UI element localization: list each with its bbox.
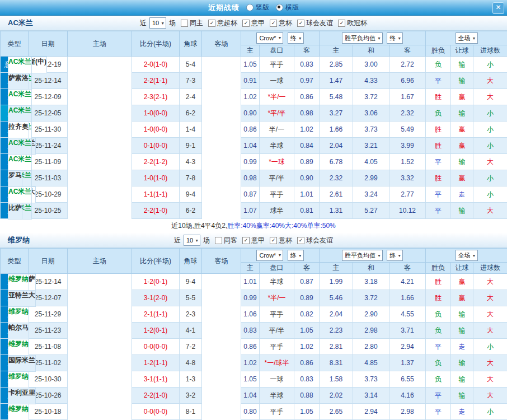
filter-checkbox[interactable]: ✓意杯 — [270, 236, 292, 245]
goals-result: 大 — [473, 154, 507, 170]
away-team[interactable]: AC米兰 — [8, 154, 32, 171]
away-team[interactable]: AC米兰 — [8, 57, 32, 73]
european-final-select[interactable]: 终▼ — [387, 32, 403, 44]
match-score: 1-1(1-1) — [132, 186, 180, 203]
ah-away-odds: 0.89 — [294, 290, 320, 306]
chevron-down-icon: ▼ — [397, 254, 401, 258]
filter-checkbox[interactable]: ✓意超杯 — [208, 18, 237, 28]
match-row: 意杯25-12-05拉齐奥1-0(0-0)6-2AC米兰0.90*平/半0.98… — [1, 105, 507, 122]
col-date: 日期 — [29, 249, 68, 274]
match-row: 意甲25-10-18比萨0-0(0-0)8-1维罗纳0.80平手1.052.65… — [1, 404, 507, 420]
match-row: 意甲25-11-08莱切0-0(0-0)7-2维罗纳0.86平手1.022.81… — [1, 339, 507, 355]
corners: 2-3 — [180, 306, 202, 323]
ah-away-odds: 0.82 — [294, 306, 320, 323]
ah-away-odds: 0.84 — [294, 138, 320, 154]
handicap-result: 输 — [451, 323, 473, 339]
corners: 9-4 — [180, 186, 202, 203]
dialog-title: 近期战绩 — [208, 3, 240, 13]
ah-handicap: *一/球半 — [260, 355, 294, 371]
away-team[interactable]: 萨索洛 — [8, 73, 29, 90]
away-team[interactable]: AC米兰 — [8, 89, 32, 106]
match-row: 意甲25-11-30AC米兰1-0(0-0)1-4拉齐奥0.86半/一1.021… — [1, 122, 507, 138]
summary-segment: 赢率:40% — [256, 221, 285, 231]
close-button[interactable]: ✕ — [492, 2, 504, 14]
filter-checkbox[interactable]: ✓意甲 — [242, 236, 265, 245]
away-team[interactable]: 维罗纳 — [8, 274, 29, 291]
col-eu-home: 主 — [320, 263, 353, 274]
filter-checkbox[interactable]: ✓意杯 — [270, 18, 292, 28]
ah-home-odds: 1.04 — [241, 138, 260, 154]
ah-handicap: 平手 — [260, 404, 294, 420]
ah-home-odds: 0.83 — [241, 323, 260, 339]
match-count-select[interactable]: 10▼ — [149, 17, 166, 29]
away-team[interactable]: 罗马 — [8, 170, 22, 187]
goals-result: 小 — [473, 138, 507, 154]
filter-checkbox[interactable]: ✓球会友谊 — [297, 18, 333, 28]
fulltime-select[interactable]: 全场▼ — [456, 32, 478, 44]
ah-handicap: *半/一 — [260, 290, 294, 306]
away-team[interactable]: 亚特兰大 — [8, 290, 36, 307]
corners: 5-4 — [180, 57, 202, 73]
away-team[interactable]: 维罗纳 — [8, 306, 29, 323]
checkbox-icon: ✓ — [338, 20, 345, 27]
match-row: 意甲25-11-23维罗纳1-2(0-1)4-1帕尔马0.83平/半1.052.… — [1, 323, 507, 339]
away-team[interactable]: 维罗纳 — [8, 404, 29, 420]
ah-home-odds: 1.04 — [241, 388, 260, 404]
match-date: 25-12-14 — [29, 73, 68, 89]
checkbox-icon: ✓ — [242, 20, 250, 27]
layout-option-vertical[interactable]: 竖版 — [246, 3, 269, 12]
away-team[interactable]: 国际米兰 — [8, 355, 36, 372]
ah-away-odds: 0.98 — [294, 105, 320, 122]
bookmaker-select[interactable]: Crow*▼ — [256, 32, 283, 44]
european-avg-select[interactable]: 胜平负均值▼ — [342, 32, 383, 44]
away-team[interactable]: 维罗纳 — [8, 371, 29, 388]
fulltime-result: 负 — [426, 105, 451, 122]
european-avg-select[interactable]: 胜平负均值▼ — [342, 250, 383, 261]
away-team[interactable]: 帕尔马 — [8, 323, 29, 339]
asian-final-select[interactable]: 终▼ — [288, 32, 304, 44]
filter-checkbox[interactable]: ✓意甲 — [242, 18, 265, 28]
asian-odds-group-header: Crow*▼ 终▼ — [241, 249, 320, 263]
col-handicap: 盘口 — [260, 45, 294, 57]
away-team[interactable]: 卡利亚里 — [8, 388, 36, 404]
filter-checkbox[interactable]: ✓欧冠杯 — [338, 18, 367, 28]
ah-away-odds: 0.97 — [294, 73, 320, 89]
col-corners: 角球 — [180, 31, 202, 57]
european-final-select[interactable]: 终▼ — [387, 250, 403, 261]
filter-checkbox[interactable]: ✓球会友谊 — [297, 236, 333, 245]
away-team[interactable]: AC米兰 — [8, 138, 32, 155]
filter-checkbox[interactable]: 同主 — [181, 18, 203, 28]
chevron-down-icon: ▼ — [298, 254, 302, 258]
team-section-header: AC米兰 近 10▼ 场 同主✓意超杯✓意甲✓意杯✓球会友谊✓欧冠杯 — [0, 16, 507, 31]
ah-home-odds: 1.05 — [241, 57, 260, 73]
eu-away-odds: 4.55 — [389, 306, 426, 323]
fulltime-result: 平 — [426, 404, 451, 420]
eu-draw-odds: 4.33 — [353, 73, 389, 89]
handicap-result: 输 — [451, 203, 473, 219]
eu-draw-odds: 3.72 — [353, 89, 389, 105]
match-count-select[interactable]: 10▼ — [184, 235, 200, 246]
layout-option-horizontal[interactable]: 横版 — [276, 3, 299, 12]
match-score: 3-1(2-0) — [132, 290, 180, 306]
ah-away-odds: 0.86 — [294, 355, 320, 371]
away-team[interactable]: 维罗纳 — [8, 339, 29, 356]
handicap-result: 输 — [451, 388, 473, 404]
ah-away-odds: 0.83 — [294, 371, 320, 388]
eu-away-odds: 1.66 — [389, 290, 426, 306]
filter-checkbox[interactable]: 同客 — [215, 236, 237, 245]
asian-final-select[interactable]: 终▼ — [288, 250, 304, 261]
col-ah-away: 客 — [294, 263, 320, 274]
ah-home-odds: 0.91 — [241, 73, 260, 89]
handicap-result: 输 — [451, 105, 473, 122]
eu-home-odds: 1.31 — [320, 203, 353, 219]
eu-away-odds: 10.12 — [389, 203, 426, 219]
away-team[interactable]: AC米兰 — [8, 105, 32, 122]
eu-home-odds: 2.04 — [320, 306, 353, 323]
ah-away-odds: 0.88 — [294, 388, 320, 404]
away-team[interactable]: AC米兰 — [8, 186, 32, 203]
ah-away-odds: 0.86 — [294, 89, 320, 105]
away-team[interactable]: 拉齐奥 — [8, 122, 29, 138]
away-team[interactable]: 比萨 — [8, 203, 22, 220]
fulltime-select[interactable]: 全场▼ — [456, 250, 478, 261]
bookmaker-select[interactable]: Crow*▼ — [256, 250, 283, 261]
